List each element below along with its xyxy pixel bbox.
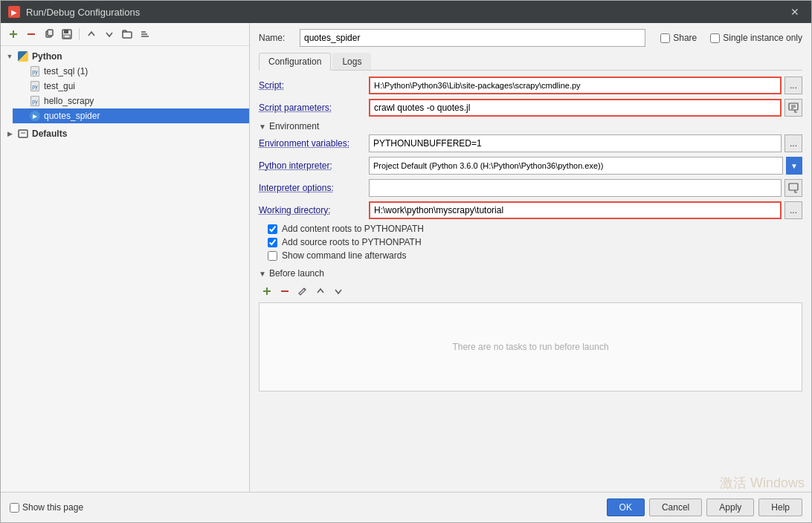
tree-item-hello-scrapy[interactable]: py hello_scrapy [13, 94, 249, 108]
folder-button[interactable] [119, 26, 135, 42]
config-panel: Script: ... Script parameters: [259, 77, 802, 486]
before-launch-up-button[interactable] [312, 283, 329, 299]
show-command-line-checkbox[interactable] [268, 251, 277, 261]
tree-item-test-gui[interactable]: py test_gui [13, 79, 249, 94]
svg-rect-4 [48, 30, 53, 36]
working-dir-field-wrapper: ... [369, 201, 802, 219]
interpreter-value: Project Default (Python 3.6.0 (H:\Python… [373, 161, 603, 170]
add-content-roots-checkbox[interactable] [268, 224, 277, 234]
expander-hello-scrapy [17, 97, 26, 105]
interpreter-options-label: Interpreter options: [259, 183, 363, 193]
env-vars-browse-button[interactable]: ... [784, 134, 802, 152]
before-launch-title: Before launch [269, 268, 324, 279]
sort-button[interactable] [137, 26, 153, 42]
tab-configuration[interactable]: Configuration [259, 53, 331, 71]
left-toolbar [1, 23, 249, 46]
add-content-roots-row: Add content roots to PYTHONPATH [268, 224, 802, 234]
quotes-spider-label: quotes_spider [44, 111, 100, 121]
env-vars-row: Environment variables: ... [259, 134, 802, 152]
left-panel: ▼ Python py test_sql (1) py [1, 23, 250, 492]
share-checkbox[interactable] [660, 33, 670, 43]
right-panel: Name: Share Single instance only Configu… [250, 23, 811, 492]
script-params-label: Script parameters: [259, 103, 363, 113]
script-browse-button[interactable]: ... [784, 77, 802, 94]
python-group-icon [17, 51, 29, 62]
tree-group-python[interactable]: ▼ Python [1, 49, 249, 64]
interpreter-options-action-button[interactable] [784, 179, 802, 197]
move-down-button[interactable] [101, 26, 117, 42]
add-source-roots-row: Add source roots to PYTHONPATH [268, 237, 802, 247]
before-launch-remove-button[interactable] [277, 283, 293, 299]
cancel-button[interactable]: Cancel [649, 498, 702, 516]
close-button[interactable]: ✕ [786, 4, 804, 19]
copy-config-button[interactable] [41, 26, 57, 42]
tree-item-test-sql[interactable]: py test_sql (1) [13, 64, 249, 79]
script-label: Script: [259, 80, 363, 91]
before-launch-add-button[interactable] [259, 283, 275, 299]
save-config-button[interactable] [59, 26, 75, 42]
quotes-spider-icon: ▶ [29, 110, 41, 122]
script-row: Script: ... [259, 77, 802, 94]
defaults-icon [17, 128, 29, 140]
svg-rect-18 [789, 183, 798, 190]
show-command-line-label[interactable]: Show command line afterwards [282, 250, 406, 261]
environment-section-header: ▼ Environment [259, 121, 802, 131]
name-field-label: Name: [259, 33, 292, 43]
svg-rect-12 [19, 130, 28, 137]
interpreter-options-input[interactable] [369, 179, 782, 197]
tab-logs[interactable]: Logs [332, 53, 371, 70]
ok-button[interactable]: OK [607, 498, 645, 516]
expander-test-gui [17, 82, 26, 91]
expander-quotes-spider [17, 111, 26, 120]
test-gui-icon: py [29, 80, 41, 92]
svg-rect-7 [64, 35, 70, 38]
before-launch-area: There are no tasks to run before launch [259, 302, 802, 392]
svg-rect-8 [123, 32, 132, 38]
show-page-checkbox[interactable] [10, 503, 19, 513]
show-page-checkbox-label[interactable]: Show this page [10, 502, 83, 513]
config-tree: ▼ Python py test_sql (1) py [1, 46, 249, 492]
name-field[interactable] [300, 29, 645, 47]
title-bar: ▶ Run/Debug Configurations ✕ [1, 1, 811, 23]
add-source-roots-label[interactable]: Add source roots to PYTHONPATH [282, 237, 422, 247]
interpreter-dropdown-button[interactable]: ▼ [786, 157, 802, 175]
single-instance-checkbox[interactable] [710, 33, 720, 43]
tree-item-quotes-spider[interactable]: ▶ quotes_spider [13, 108, 249, 123]
help-button[interactable]: Help [758, 498, 802, 516]
move-up-button[interactable] [83, 26, 100, 42]
working-dir-input[interactable] [369, 201, 782, 219]
before-launch-edit-button[interactable] [294, 283, 311, 299]
env-section-title: Environment [269, 121, 319, 131]
add-source-roots-checkbox[interactable] [268, 238, 277, 247]
defaults-label: Defaults [32, 129, 67, 139]
remove-config-button[interactable] [23, 26, 39, 42]
before-launch-down-button[interactable] [330, 283, 347, 299]
svg-line-22 [303, 288, 306, 290]
env-vars-input[interactable] [369, 134, 782, 152]
apply-button[interactable]: Apply [706, 498, 754, 516]
script-params-field-wrapper [369, 99, 802, 117]
add-config-button[interactable] [5, 26, 22, 42]
script-input[interactable] [369, 77, 782, 94]
script-params-input[interactable] [369, 99, 782, 117]
before-launch-toolbar [259, 283, 802, 299]
env-vars-field-wrapper: ... [369, 134, 802, 152]
show-page-row: Show this page [10, 502, 83, 513]
share-checkbox-label[interactable]: Share [660, 33, 697, 43]
python-group-label: Python [32, 51, 62, 62]
script-params-action-button[interactable] [784, 99, 802, 117]
share-label: Share [673, 33, 697, 43]
single-instance-checkbox-label[interactable]: Single instance only [710, 33, 802, 43]
tree-item-defaults[interactable]: ▶ Defaults [1, 126, 249, 141]
working-dir-browse-button[interactable]: ... [784, 201, 802, 219]
share-row: Share Single instance only [660, 33, 802, 43]
hello-scrapy-icon: py [29, 95, 41, 107]
bottom-buttons: OK Cancel Apply Help [607, 498, 802, 516]
add-content-roots-label[interactable]: Add content roots to PYTHONPATH [282, 224, 424, 234]
interpreter-options-row: Interpreter options: [259, 179, 802, 197]
interpreter-field-wrapper: Project Default (Python 3.6.0 (H:\Python… [369, 157, 802, 175]
interpreter-label: Python interpreter: [259, 160, 363, 171]
interpreter-select[interactable]: Project Default (Python 3.6.0 (H:\Python… [369, 157, 783, 175]
svg-rect-6 [64, 30, 68, 33]
show-page-label: Show this page [22, 502, 83, 513]
